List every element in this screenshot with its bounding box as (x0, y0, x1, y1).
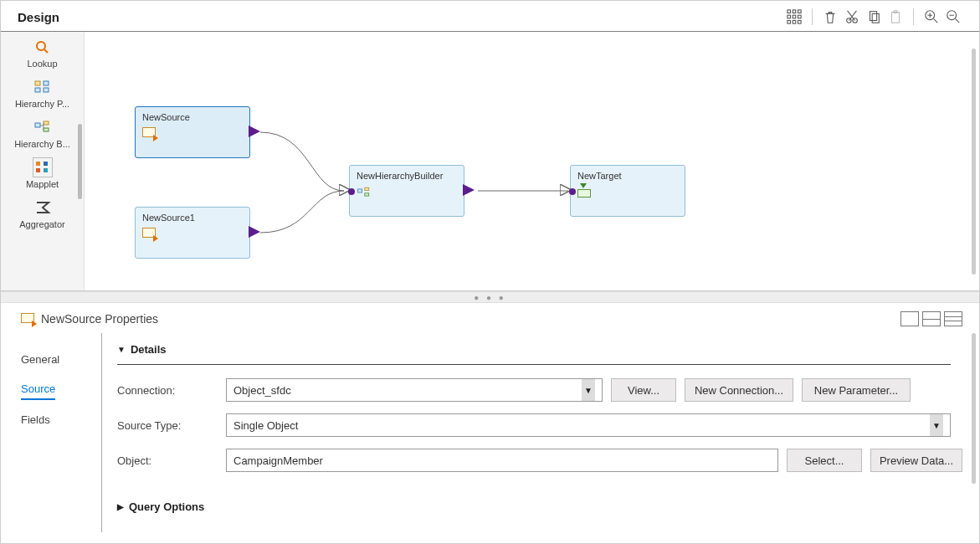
palette-item-lookup[interactable]: Lookup (1, 32, 84, 72)
palette-item-mapplet[interactable]: Mapplet (1, 152, 84, 192)
aggregator-icon (33, 198, 53, 218)
properties-form: ▼ Details Connection: Object_sfdc ▼ View… (101, 333, 979, 532)
output-port[interactable] (249, 226, 260, 239)
source-type-value: Single Object (233, 419, 298, 432)
node-title: NewTarget (577, 171, 678, 181)
svg-marker-31 (249, 226, 260, 238)
canvas-scrollbar[interactable] (972, 49, 976, 275)
svg-rect-18 (35, 81, 40, 85)
palette-label: Hierarchy B... (14, 139, 70, 149)
node-title: NewHierarchyBuilder (357, 171, 457, 181)
connection-select[interactable]: Object_sfdc ▼ (226, 378, 603, 402)
page-title: Design (18, 10, 59, 24)
svg-rect-19 (44, 81, 49, 85)
row-source-type: Source Type: Single Object ▼ (117, 413, 962, 437)
view-button[interactable]: View... (611, 378, 676, 402)
node-newsource1[interactable]: NewSource1 (135, 207, 250, 259)
svg-rect-33 (358, 189, 362, 192)
dropdown-arrow-icon: ▼ (930, 414, 943, 436)
object-input[interactable]: CampaignMember (226, 449, 778, 472)
tab-fields[interactable]: Fields (21, 405, 101, 434)
output-port[interactable] (463, 184, 475, 198)
svg-rect-23 (44, 121, 49, 125)
svg-marker-30 (249, 126, 260, 137)
svg-rect-35 (365, 193, 369, 196)
svg-rect-8 (798, 21, 802, 24)
node-newtarget[interactable]: NewTarget (570, 165, 685, 217)
paste-icon (886, 8, 905, 26)
svg-rect-21 (44, 88, 49, 92)
svg-rect-25 (36, 162, 40, 166)
svg-rect-20 (35, 88, 40, 92)
grid-view-icon[interactable] (785, 8, 803, 26)
svg-rect-24 (44, 128, 49, 131)
preview-data-button[interactable]: Preview Data... (870, 449, 962, 472)
input-anchor (348, 188, 355, 195)
layout-split-3-icon[interactable] (944, 311, 962, 326)
node-hierarchybuilder[interactable]: NewHierarchyBuilder (349, 165, 464, 217)
source-icon (21, 313, 34, 325)
svg-rect-7 (793, 21, 796, 24)
connection-value: Object_sfdc (233, 384, 291, 397)
source-icon (142, 127, 156, 139)
transformation-palette[interactable]: Lookup Hierarchy P... Hierarchy B... Map… (1, 32, 85, 290)
output-port[interactable] (249, 126, 260, 139)
copy-icon[interactable] (865, 8, 883, 26)
svg-marker-36 (463, 184, 475, 196)
svg-rect-12 (872, 13, 879, 23)
svg-rect-34 (365, 187, 369, 190)
mapping-canvas[interactable]: NewSource NewSource1 NewHierarchyBuilder… (85, 32, 979, 290)
palette-item-aggregator[interactable]: Aggregator (1, 192, 84, 233)
delete-icon[interactable] (821, 8, 839, 26)
hierarchy-builder-icon (33, 117, 53, 137)
zoom-in-icon[interactable] (922, 8, 941, 26)
palette-label: Mapplet (26, 179, 59, 189)
input-anchor (569, 188, 576, 195)
svg-rect-6 (788, 21, 791, 24)
svg-rect-2 (798, 10, 802, 13)
label-source-type: Source Type: (117, 419, 226, 432)
palette-scrollbar[interactable] (78, 124, 82, 199)
new-parameter-button[interactable]: New Parameter... (802, 378, 911, 402)
svg-rect-3 (788, 15, 791, 18)
cut-icon[interactable] (843, 8, 861, 26)
designer-workspace: Lookup Hierarchy P... Hierarchy B... Map… (1, 32, 979, 291)
section-title: Query Options (129, 500, 204, 513)
source-type-select[interactable]: Single Object ▼ (226, 413, 951, 437)
panel-layout-switcher (900, 311, 962, 326)
svg-rect-27 (36, 168, 40, 172)
mapplet-icon (33, 157, 53, 177)
svg-rect-0 (788, 10, 791, 13)
section-query-options[interactable]: ▶ Query Options (117, 484, 951, 521)
svg-rect-11 (870, 12, 877, 21)
label-connection: Connection: (117, 384, 226, 397)
tab-general[interactable]: General (21, 345, 101, 374)
svg-rect-28 (44, 168, 48, 172)
source-icon (142, 228, 156, 239)
node-title: NewSource (142, 112, 243, 122)
palette-label: Lookup (27, 59, 57, 69)
caret-right-icon: ▶ (117, 502, 124, 511)
layout-split-h-icon[interactable] (922, 311, 941, 326)
hierarchy-parser-icon (33, 77, 53, 97)
layout-full-icon[interactable] (900, 311, 919, 326)
palette-item-hierarchy-parser[interactable]: Hierarchy P... (1, 72, 84, 112)
select-button[interactable]: Select... (787, 449, 862, 472)
panel-scrollbar[interactable] (972, 333, 976, 484)
palette-item-hierarchy-builder[interactable]: Hierarchy B... (1, 112, 84, 152)
section-details[interactable]: ▼ Details (117, 333, 951, 365)
zoom-out-icon[interactable] (944, 8, 962, 26)
header-toolbar (785, 8, 962, 26)
svg-rect-4 (793, 15, 796, 18)
design-header: Design (1, 1, 979, 32)
palette-label: Aggregator (19, 219, 64, 229)
caret-down-icon: ▼ (117, 345, 126, 354)
tab-source[interactable]: Source (21, 374, 55, 400)
properties-tabs: General Source Fields (1, 333, 101, 532)
new-connection-button[interactable]: New Connection... (685, 378, 793, 402)
dropdown-arrow-icon: ▼ (582, 379, 595, 401)
properties-panel: NewSource Properties General Source Fiel… (1, 303, 979, 532)
node-newsource[interactable]: NewSource (135, 106, 250, 158)
pane-splitter[interactable]: ● ● ● (1, 291, 979, 303)
svg-rect-13 (892, 13, 900, 23)
